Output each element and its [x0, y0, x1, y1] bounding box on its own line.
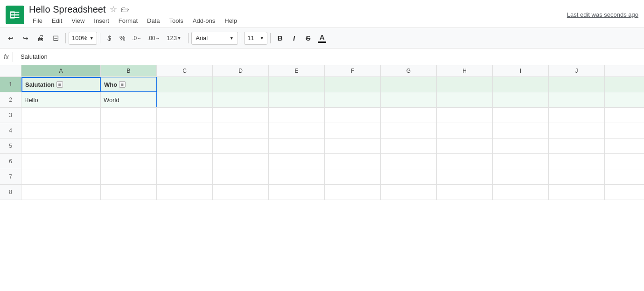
cell-f1[interactable] — [325, 77, 381, 92]
cell-f8[interactable] — [325, 185, 381, 200]
undo-button[interactable]: ↩ — [4, 31, 18, 45]
cell-a2[interactable]: Hello — [21, 92, 101, 107]
cell-c8[interactable] — [157, 185, 213, 200]
menu-tools[interactable]: Tools — [165, 16, 187, 26]
font-selector[interactable]: Arial ▼ — [191, 32, 238, 45]
cell-c4[interactable] — [157, 123, 213, 138]
cell-g8[interactable] — [381, 185, 437, 200]
menu-addons[interactable]: Add-ons — [189, 16, 219, 26]
cell-f6[interactable] — [325, 154, 381, 169]
percent-button[interactable]: % — [116, 32, 128, 45]
cell-g1[interactable] — [381, 77, 437, 92]
cell-a1[interactable]: Salutation ≡ — [21, 77, 101, 92]
cell-c2[interactable] — [157, 92, 213, 107]
col-header-b[interactable]: B — [101, 65, 157, 76]
more-formats-button[interactable]: 123 ▼ — [163, 32, 185, 45]
cell-b7[interactable] — [101, 169, 157, 184]
cell-g6[interactable] — [381, 154, 437, 169]
cell-h4[interactable] — [437, 123, 493, 138]
col-header-d[interactable]: D — [213, 65, 269, 76]
cell-j6[interactable] — [549, 154, 605, 169]
menu-file[interactable]: File — [29, 16, 46, 26]
cell-b8[interactable] — [101, 185, 157, 200]
cell-e7[interactable] — [269, 169, 325, 184]
cell-d8[interactable] — [213, 185, 269, 200]
filter-icon-b1[interactable]: ≡ — [119, 81, 126, 88]
cell-g5[interactable] — [381, 139, 437, 153]
col-header-a[interactable]: A — [21, 65, 101, 76]
row-num-6[interactable]: 6 — [0, 154, 21, 169]
cell-b5[interactable] — [101, 139, 157, 153]
col-header-i[interactable]: I — [493, 65, 549, 76]
cell-d3[interactable] — [213, 108, 269, 123]
cell-d6[interactable] — [213, 154, 269, 169]
cell-i7[interactable] — [493, 169, 549, 184]
filter-icon-a1[interactable]: ≡ — [56, 81, 63, 88]
menu-view[interactable]: View — [68, 16, 88, 26]
document-title[interactable]: Hello Spreadsheet — [29, 4, 106, 15]
cell-d2[interactable] — [213, 92, 269, 107]
cell-c5[interactable] — [157, 139, 213, 153]
cell-f3[interactable] — [325, 108, 381, 123]
cell-h5[interactable] — [437, 139, 493, 153]
row-num-4[interactable]: 4 — [0, 123, 21, 138]
cell-c3[interactable] — [157, 108, 213, 123]
cell-b1[interactable]: Who ≡ — [101, 77, 157, 92]
strikethrough-button[interactable]: S — [301, 32, 315, 45]
cell-j8[interactable] — [549, 185, 605, 200]
cell-j1[interactable] — [549, 77, 605, 92]
row-num-7[interactable]: 7 — [0, 169, 21, 184]
cell-f4[interactable] — [325, 123, 381, 138]
cell-d1[interactable] — [213, 77, 269, 92]
cell-h6[interactable] — [437, 154, 493, 169]
menu-help[interactable]: Help — [221, 16, 241, 26]
bold-button[interactable]: B — [273, 32, 287, 45]
menu-edit[interactable]: Edit — [48, 16, 66, 26]
col-header-h[interactable]: H — [437, 65, 493, 76]
cell-a6[interactable] — [21, 154, 101, 169]
cell-i5[interactable] — [493, 139, 549, 153]
cell-d7[interactable] — [213, 169, 269, 184]
cell-f2[interactable] — [325, 92, 381, 107]
row-num-5[interactable]: 5 — [0, 139, 21, 153]
cell-b2[interactable]: World — [101, 92, 157, 107]
cell-j4[interactable] — [549, 123, 605, 138]
row-num-8[interactable]: 8 — [0, 185, 21, 200]
cell-j5[interactable] — [549, 139, 605, 153]
cell-e6[interactable] — [269, 154, 325, 169]
cell-j7[interactable] — [549, 169, 605, 184]
cell-h7[interactable] — [437, 169, 493, 184]
paint-format-button[interactable]: ⊟ — [49, 31, 63, 45]
folder-icon[interactable]: 🗁 — [121, 5, 129, 14]
cell-f7[interactable] — [325, 169, 381, 184]
cell-j3[interactable] — [549, 108, 605, 123]
currency-button[interactable]: $ — [103, 32, 115, 45]
cell-e3[interactable] — [269, 108, 325, 123]
cell-h3[interactable] — [437, 108, 493, 123]
cell-g2[interactable] — [381, 92, 437, 107]
cell-h2[interactable] — [437, 92, 493, 107]
cell-a8[interactable] — [21, 185, 101, 200]
print-button[interactable]: 🖨 — [34, 31, 48, 45]
cell-i2[interactable] — [493, 92, 549, 107]
formula-input[interactable] — [17, 53, 640, 60]
font-size-selector[interactable]: 11 ▼ — [244, 32, 267, 45]
col-header-g[interactable]: G — [381, 65, 437, 76]
redo-button[interactable]: ↪ — [19, 31, 33, 45]
cell-h8[interactable] — [437, 185, 493, 200]
row-num-2[interactable]: 2 — [0, 92, 21, 107]
cell-g3[interactable] — [381, 108, 437, 123]
cell-b4[interactable] — [101, 123, 157, 138]
decimal-less-button[interactable]: .0← — [129, 32, 144, 45]
cell-i4[interactable] — [493, 123, 549, 138]
cell-i1[interactable] — [493, 77, 549, 92]
cell-f5[interactable] — [325, 139, 381, 153]
star-icon[interactable]: ☆ — [110, 4, 117, 14]
cell-b3[interactable] — [101, 108, 157, 123]
cell-e4[interactable] — [269, 123, 325, 138]
cell-a3[interactable] — [21, 108, 101, 123]
cell-e8[interactable] — [269, 185, 325, 200]
col-header-j[interactable]: J — [549, 65, 605, 76]
text-color-button[interactable]: A — [315, 32, 329, 45]
menu-data[interactable]: Data — [143, 16, 163, 26]
